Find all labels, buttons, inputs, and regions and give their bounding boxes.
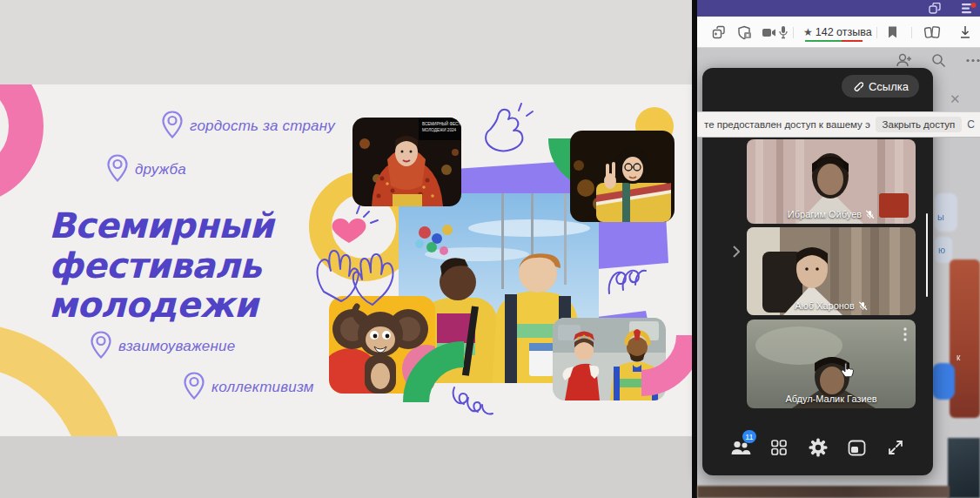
toolbar-separator (793, 27, 794, 38)
participant-name: Абдул-Малик Газиев (785, 394, 876, 404)
tile-menu-icon[interactable] (903, 327, 907, 341)
map-pin-icon (107, 154, 128, 182)
apps-grid-button[interactable] (766, 434, 792, 461)
gear-icon (809, 438, 828, 457)
tag-respect: взаимоуважение (91, 331, 235, 359)
reviews-label: 142 отзыва (816, 26, 872, 38)
star-icon: ★ (803, 26, 813, 38)
slide-title-line3: молодежи (49, 286, 273, 326)
participant-name: Аюб Харонов (795, 300, 855, 311)
map-pin-icon (162, 111, 183, 138)
slide-title-line2: фестиваль (49, 246, 273, 286)
copy-link-button[interactable]: Ссылка (842, 75, 919, 98)
photo-woman-traditional-scarf: ВСЕМИРНЫЙ ФЕСТИВАЛЬ МОЛОДЕЖИ 2024 (352, 118, 461, 206)
browser-toolbar: ★ 142 отзыва (697, 17, 980, 48)
close-icon[interactable]: ✕ (950, 92, 961, 105)
participants-count-badge: 11 (742, 430, 755, 443)
rating-bar (805, 40, 863, 42)
copy-link-label: Ссылка (869, 80, 909, 93)
microphone-icon[interactable] (778, 25, 789, 39)
participant-tile[interactable]: Ибрагим Ойбуев (747, 139, 916, 224)
notifications-menu-icon[interactable] (961, 3, 977, 15)
tag-pride: гордость за страну (162, 111, 335, 138)
mic-muted-icon (865, 210, 875, 219)
slide-title-line1: Всемирный (49, 206, 273, 246)
bg-text-fragment: ю (938, 245, 945, 255)
windows-overlap-icon[interactable] (929, 3, 941, 15)
call-header-icons (896, 53, 980, 68)
picture-in-picture-button[interactable] (843, 434, 869, 461)
participant-name-row: Ибрагим Ойбуев (747, 209, 916, 219)
protect-shield-icon[interactable] (737, 25, 752, 40)
photo-cheburashka (329, 296, 435, 394)
bg-button-blur (932, 363, 955, 400)
participant-name-row: Аюб Харонов (747, 300, 916, 311)
search-icon[interactable] (931, 53, 946, 68)
apps-grid-icon (770, 439, 788, 456)
picture-in-picture-icon (848, 440, 866, 456)
tag-friendship: дружба (107, 154, 186, 182)
new-tab-icon[interactable] (712, 25, 726, 39)
browser-titlebar (697, 0, 980, 17)
participant-name-row: Абдул-Малик Газиев (747, 394, 916, 404)
expand-icon (887, 439, 904, 456)
participant-tile[interactable]: Абдул-Малик Газиев (747, 320, 916, 408)
chevron-right-icon[interactable] (732, 245, 740, 259)
more-options-icon[interactable] (965, 53, 980, 68)
screen-share-notification: те предоставлен доступ к вашему экрану. … (697, 111, 980, 138)
slide-title: Всемирный фестиваль молодежи (49, 206, 273, 326)
reviews-rating[interactable]: ★ 142 отзыва (803, 26, 872, 38)
link-icon (852, 81, 863, 92)
shared-presentation-area: ВСЕМИРНЫЙ ФЕСТИВАЛЬ МОЛОДЕЖИ 2024 (0, 0, 692, 498)
notification-truncated-action[interactable]: С (967, 118, 977, 131)
tag-respect-label: взаимоуважение (118, 338, 235, 359)
participants-scrollbar[interactable] (926, 213, 928, 297)
map-pin-icon (184, 372, 205, 400)
close-access-button[interactable]: Закрыть доступ (876, 117, 963, 132)
bg-photo-blur (697, 486, 950, 498)
toolbar-separator (876, 27, 877, 38)
browser-call-region: ★ 142 отзыва ы ю к (692, 0, 980, 498)
tag-friendship-label: дружба (135, 161, 186, 182)
notification-text: те предоставлен доступ к вашему экрану. (704, 119, 870, 130)
fullscreen-button[interactable] (883, 434, 909, 461)
photo-badge-line2: МОЛОДЕЖИ 2024 (422, 128, 456, 132)
photo-badge-line1: ВСЕМИРНЫЙ ФЕСТИВАЛЬ (422, 120, 461, 126)
download-icon[interactable] (959, 25, 971, 39)
bookmark-icon[interactable] (887, 25, 898, 39)
add-person-icon[interactable] (896, 53, 912, 67)
presentation-slide: ВСЕМИРНЫЙ ФЕСТИВАЛЬ МОЛОДЕЖИ 2024 (0, 84, 692, 436)
photo-traditional-costumes (553, 318, 666, 400)
bg-photo-blur (948, 438, 980, 498)
camera-icon[interactable] (762, 27, 776, 38)
presentation-bottom-strip (0, 436, 692, 498)
screen: ВСЕМИРНЫЙ ФЕСТИВАЛЬ МОЛОДЕЖИ 2024 (0, 0, 980, 498)
photo-woman-peace-sign (570, 131, 675, 222)
tag-collectivism-label: коллективизм (211, 379, 314, 400)
participant-tile[interactable]: Аюб Харонов (747, 227, 916, 315)
tag-pride-label: гордость за страну (190, 118, 335, 138)
settings-button[interactable] (805, 434, 831, 461)
bg-text-fragment: к (957, 353, 960, 362)
toolbar-separator (911, 27, 912, 38)
map-pin-icon (91, 331, 111, 359)
call-toolbar: 11 (702, 432, 933, 463)
tag-collectivism: коллективизм (184, 372, 314, 400)
participants-button[interactable]: 11 (728, 434, 754, 461)
collections-icon[interactable] (923, 25, 941, 39)
bg-text-fragment: ы (937, 212, 944, 222)
mouse-cursor (841, 361, 855, 378)
mic-muted-icon (858, 301, 868, 311)
participant-name: Ибрагим Ойбуев (788, 209, 862, 219)
